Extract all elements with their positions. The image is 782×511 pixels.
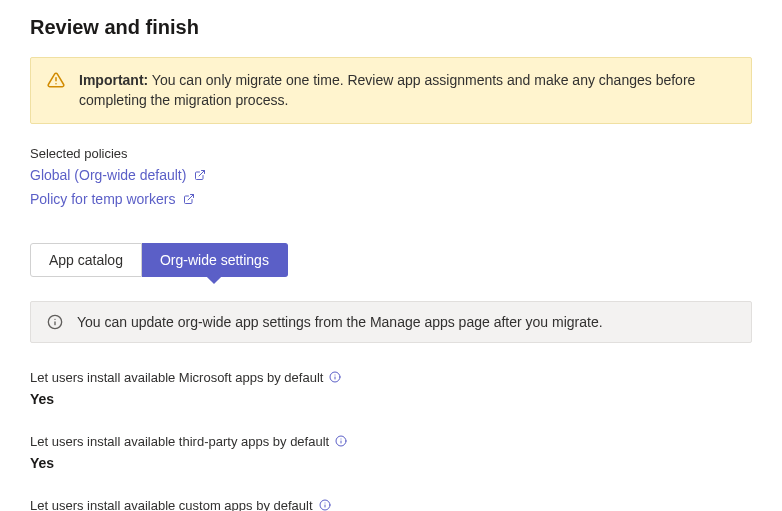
setting-label-text: Let users install available Microsoft ap… xyxy=(30,370,323,385)
setting-label: Let users install available third-party … xyxy=(30,434,347,449)
external-link-icon xyxy=(183,193,195,205)
warning-strong: Important: xyxy=(79,72,148,88)
policy-link-temp-workers[interactable]: Policy for temp workers xyxy=(30,191,195,207)
setting-custom-apps: Let users install available custom apps … xyxy=(30,497,752,511)
policy-link-label: Policy for temp workers xyxy=(30,191,175,207)
policy-link-global[interactable]: Global (Org-wide default) xyxy=(30,167,206,183)
warning-text: Important: You can only migrate one time… xyxy=(79,70,735,111)
info-icon[interactable] xyxy=(329,371,341,383)
warning-icon xyxy=(47,71,65,89)
info-icon[interactable] xyxy=(319,499,331,511)
tab-app-catalog[interactable]: App catalog xyxy=(30,243,142,277)
setting-label-text: Let users install available custom apps … xyxy=(30,498,313,511)
warning-body: You can only migrate one time. Review ap… xyxy=(79,72,695,108)
page-title: Review and finish xyxy=(30,16,752,39)
svg-line-3 xyxy=(188,194,194,200)
info-icon[interactable] xyxy=(335,435,347,447)
setting-microsoft-apps: Let users install available Microsoft ap… xyxy=(30,369,752,407)
selected-policies-label: Selected policies xyxy=(30,146,752,161)
setting-third-party-apps: Let users install available third-party … xyxy=(30,433,752,471)
external-link-icon xyxy=(194,169,206,181)
tab-bar: App catalog Org-wide settings xyxy=(30,243,752,277)
warning-banner: Important: You can only migrate one time… xyxy=(30,57,752,124)
policy-link-label: Global (Org-wide default) xyxy=(30,167,186,183)
info-bar: You can update org-wide app settings fro… xyxy=(30,301,752,343)
info-bar-text: You can update org-wide app settings fro… xyxy=(77,314,603,330)
svg-line-2 xyxy=(199,170,205,176)
setting-label-text: Let users install available third-party … xyxy=(30,434,329,449)
policy-links: Global (Org-wide default) Policy for tem… xyxy=(30,167,752,215)
setting-label: Let users install available Microsoft ap… xyxy=(30,370,341,385)
setting-value: Yes xyxy=(30,455,752,471)
info-icon xyxy=(47,314,63,330)
tab-org-wide-settings[interactable]: Org-wide settings xyxy=(142,243,288,277)
setting-value: Yes xyxy=(30,391,752,407)
setting-label: Let users install available custom apps … xyxy=(30,498,331,511)
